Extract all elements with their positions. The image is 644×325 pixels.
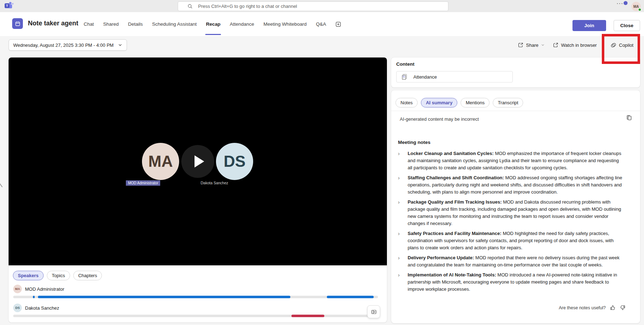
share-label: Share [526,42,539,48]
note-title: Locker Cleanup and Sanitation Cycles: [408,151,494,156]
filter-pill[interactable]: Topics [47,271,70,280]
note-item: › Safety Practices and Facility Maintena… [398,230,627,251]
presence-status-icon [638,8,641,11]
summary-tabs: Notes AI summary Mentions Transcript [395,98,523,108]
tab-label: Q&A [316,21,326,27]
notification-dot [624,1,628,5]
note-item: › Locker Cleanup and Sanitation Cycles: … [398,150,627,171]
filter-pill[interactable]: Transcript [493,98,523,108]
speaker-name-row: MA MOD Administrator [13,285,378,293]
note-text: Staffing Challenges and Shift Coordinati… [408,174,625,196]
timeline-segment [38,296,290,298]
thumbs-up-button[interactable] [610,305,616,311]
thumbs-down-button[interactable] [620,305,626,311]
header-tab[interactable]: Shared [103,12,119,36]
timeline-segment [327,296,374,298]
speaker-timeline[interactable] [13,296,378,298]
join-button[interactable]: Join [572,20,606,31]
note-text: Safety Practices and Facility Maintenanc… [408,230,625,251]
chevron-down-icon [118,43,122,47]
note-expand-chevron-icon[interactable]: › [398,230,408,251]
filter-pill[interactable]: Mentions [461,98,490,108]
speaker-name: Dakota Sanchez [25,305,59,311]
note-expand-chevron-icon[interactable]: › [398,150,408,171]
timeline-segment [291,315,324,317]
chevron-down-icon [541,43,545,47]
tab-label: Details [128,21,143,27]
pill-label: Transcript [498,100,518,105]
timeline-segment [33,296,35,298]
meeting-notes-heading: Meeting notes [398,140,431,145]
speaker-timeline[interactable] [13,315,378,317]
header-tab[interactable]: Recap [206,12,221,36]
header-tab[interactable]: Attendance [230,12,254,36]
note-item: › Staffing Challenges and Shift Coordina… [398,174,627,196]
speaker-row[interactable]: MA MOD Administrator [13,285,378,298]
speaker-avatar: DS [13,304,22,312]
search-icon [187,4,193,9]
header-tab[interactable]: Meeting Whiteboard [264,12,307,36]
search-input[interactable]: Press Ctrl+Alt+G to go right to a chat o… [178,1,448,11]
note-expand-chevron-icon[interactable]: › [398,271,408,293]
note-text: Package Quality and Film Tracking Issues… [408,199,625,227]
notes-list: › Locker Cleanup and Sanitation Cycles: … [398,150,627,296]
play-button[interactable] [181,145,214,178]
speakers-list: MA MOD Administrator DS Dakota Sanchez [13,285,378,322]
tab-label: Scheduling Assistant [152,21,197,27]
notes-feedback: Are these notes useful? [559,305,626,311]
add-tab-button[interactable] [335,21,341,27]
open-side-panel-button[interactable] [367,305,380,318]
note-expand-chevron-icon[interactable]: › [398,199,408,227]
attendance-label: Attendance [413,74,437,80]
header-tab[interactable]: Details [128,12,143,36]
speaker-name: MOD Administrator [25,286,64,292]
participant-label: Dakota Sanchez [201,181,228,185]
tab-label: Shared [103,21,119,27]
pill-label: Notes [400,100,413,105]
header-tab[interactable]: Q&A [316,12,326,36]
date-range-label: Wednesday, August 27, 2025 3:30 PM - 4:0… [13,42,114,48]
tab-label: Chat [84,21,94,27]
note-item: › Implementation of AI Note-Taking Tools… [398,271,627,293]
attendance-content-item[interactable]: Attendance [396,71,513,82]
header-tab[interactable]: Chat [84,12,94,36]
filter-pill[interactable]: Notes [395,98,418,108]
note-text: Locker Cleanup and Sanitation Cycles: MO… [408,150,625,171]
header-tabs: Chat Shared Details Scheduling Assistant… [84,12,341,36]
meeting-header: Note taker agent Chat Shared Details Sch… [0,12,644,36]
page-title: Note taker agent [28,20,78,27]
app-top-bar: T Press Ctrl+Alt+G to go right to a chat… [0,0,644,12]
speaker-row[interactable]: DS Dakota Sanchez [13,304,378,317]
filter-pill[interactable]: AI summary [421,98,457,108]
note-item: › Package Quality and Film Tracking Issu… [398,199,627,227]
calendar-icon [12,18,23,29]
meeting-date-selector[interactable]: Wednesday, August 27, 2025 3:30 PM - 4:0… [9,39,127,51]
close-button[interactable]: Close [614,20,640,31]
overflow-menu-button[interactable]: ··· [616,0,623,7]
feedback-prompt: Are these notes useful? [559,305,606,310]
note-item: › Delivery Performance Update: MOD repor… [398,254,627,269]
note-expand-chevron-icon[interactable]: › [398,174,408,196]
filter-pill[interactable]: Chapters [73,271,102,280]
search-placeholder: Press Ctrl+Alt+G to go right to a chat o… [198,4,297,9]
filter-pill[interactable]: Speakers [13,271,44,280]
header-tab[interactable]: Scheduling Assistant [152,12,197,36]
play-icon [195,155,204,168]
ai-disclaimer: AI-generated content may be incorrect [400,116,479,122]
recap-summary-panel: Notes AI summary Mentions Transcript AI-… [391,90,640,323]
note-title: Package Quality and Film Tracking Issues… [408,199,502,205]
teams-logo-icon: T [4,1,14,11]
copy-notes-button[interactable] [626,115,632,121]
note-text: Delivery Performance Update: MOD reporte… [408,254,625,269]
note-expand-chevron-icon[interactable]: › [398,254,408,269]
watch-in-browser-button[interactable]: Watch in browser [553,39,597,51]
note-title: Staffing Challenges and Shift Coordinati… [408,175,504,180]
speaker-avatar: MA [13,285,22,293]
copilot-highlight-annotation [602,34,640,64]
share-button[interactable]: Share [518,39,545,51]
recording-player-card: MA DS MOD Administrator Dakota Sanchez S… [9,58,387,322]
tab-label: Attendance [230,21,254,27]
note-title: Safety Practices and Facility Maintenanc… [408,231,501,236]
tab-label: Recap [206,21,221,27]
watch-in-browser-label: Watch in browser [561,42,597,48]
